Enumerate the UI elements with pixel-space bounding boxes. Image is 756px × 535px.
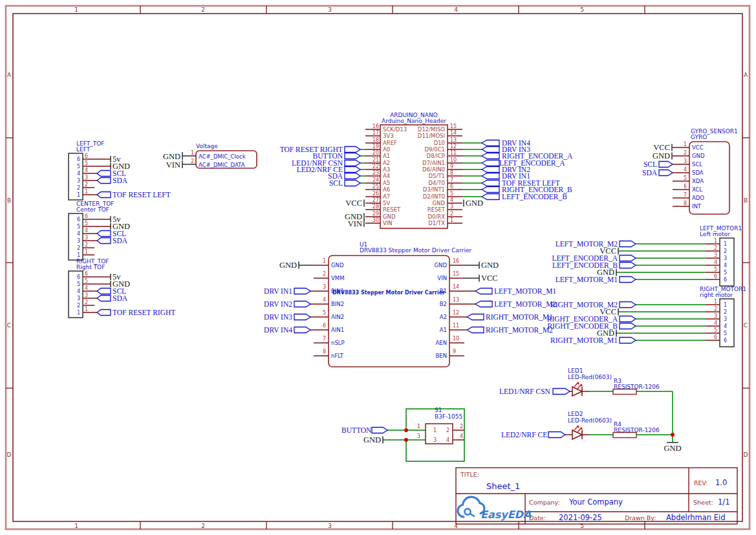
net-flag-led1-nrf-csn[interactable]: LED1/NRF CSN: [499, 388, 551, 395]
net-flag-icon[interactable]: [97, 310, 111, 316]
net-flag-icon[interactable]: [97, 192, 111, 198]
net-flag-icon[interactable]: [345, 167, 360, 173]
net-flag-icon[interactable]: [482, 153, 499, 159]
net-flag-drv-in2[interactable]: DRV IN2: [264, 300, 292, 308]
net-flag-sda[interactable]: SDA: [642, 169, 658, 177]
net-flag-icon[interactable]: [475, 289, 492, 294]
arduino-right-net-flags[interactable]: DRV IN4 DRV IN3 RIGHT_ENCODER_A LEFT_ENC…: [462, 139, 573, 208]
pin-number: 3: [724, 256, 727, 261]
net-flag-icon[interactable]: [659, 170, 673, 176]
net-flag-icon[interactable]: [345, 147, 360, 153]
net-flag-icon[interactable]: [97, 231, 111, 237]
net-flag-icon[interactable]: [659, 162, 673, 168]
component-right-tof[interactable]: RIGHT_TOF Right TOF 6 5 4 3 2 1 6 5 4 3 …: [69, 258, 175, 318]
net-flag-icon[interactable]: [620, 263, 636, 268]
net-flag-icon[interactable]: [345, 160, 360, 166]
net-flag-icon[interactable]: [482, 167, 499, 173]
net-flag-icon[interactable]: [620, 256, 636, 261]
pin-number: 16: [373, 124, 379, 129]
net-flag-left-encoder-b[interactable]: LEFT_ENCODER_B: [502, 193, 567, 201]
net-flag-drv-in1[interactable]: DRV IN1: [264, 287, 292, 295]
component-center-tof[interactable]: CENTER_TOF Center TOF 6 5 4 3 2 1 6 5 4 …: [69, 201, 130, 260]
net-flag-icon[interactable]: [475, 301, 492, 307]
component-gyro[interactable]: GYRO_SENSOR1 GYRO 1VCC 2GND 3SCL 4SDA 5X…: [642, 128, 738, 214]
net-flag-icon[interactable]: [467, 327, 484, 333]
component-left-motor[interactable]: LEFT_MOTOR1 Left motor 1 2 3 4 5 6 1 2 3…: [552, 225, 742, 286]
led-icon[interactable]: [572, 387, 582, 396]
net-flag-icon[interactable]: [294, 314, 310, 320]
net-flag-icon[interactable]: [620, 277, 636, 283]
led-ground[interactable]: GND: [664, 391, 681, 453]
pin-number: 4: [77, 231, 80, 237]
net-flag-icon[interactable]: [553, 389, 570, 395]
net-flag-icon[interactable]: [482, 173, 499, 179]
net-flag-icon[interactable]: [294, 289, 310, 294]
net-flag-icon[interactable]: [467, 314, 484, 320]
net-flag-icon[interactable]: [482, 140, 499, 146]
pin-name: A2: [440, 314, 447, 320]
component-left-tof[interactable]: LEFT_TOF LEFT 6 5 4 3 2 1 6 5 4 3 2 1 5v…: [69, 140, 171, 200]
pin-number: 3: [77, 238, 80, 244]
net-flag-icon[interactable]: [345, 180, 360, 186]
led-icon[interactable]: [572, 430, 582, 439]
net-flag-icon[interactable]: [482, 180, 499, 186]
net-flag-scl[interactable]: SCL: [643, 160, 657, 168]
component-drv8833[interactable]: U1 DRV8833 Stepper Motor Driver Carrier …: [264, 241, 556, 367]
arduino-left-net-flags[interactable]: TOF RESET RIGHT BUTTON LED1/NRF CSN LED2…: [280, 146, 365, 228]
led2-circuit[interactable]: LED2 LED-Red(0603) LED2/NRF CE R4 RESIST…: [501, 411, 673, 439]
net-flag-icon[interactable]: [97, 171, 111, 177]
net-flag-tof-reset-left[interactable]: TOF RESET LEFT: [113, 191, 171, 199]
net-flag-icon[interactable]: [97, 178, 111, 184]
net-flag-icon[interactable]: [97, 296, 111, 301]
resistor-icon[interactable]: [613, 433, 636, 438]
component-right-motor[interactable]: RIGHT_MOTOR1 right motor 1 2 3 4 5 6 1 2…: [547, 286, 746, 347]
net-flag-drv-in4[interactable]: DRV IN4: [264, 326, 292, 334]
component-button-s1[interactable]: S1 B3F-1055 1 2 3 4 1 2 3 4 BUTTON GND: [341, 407, 464, 461]
net-flag-left-motor-m2[interactable]: LEFT_MOTOR_M2: [494, 300, 557, 308]
pin-name: GND: [433, 200, 446, 206]
pad-number: 4: [446, 437, 449, 443]
led1-circuit[interactable]: LED1 LED-Red(0603) LED1/NRF CSN R3 RESIS…: [499, 367, 673, 396]
net-flag-icon[interactable]: [548, 432, 565, 438]
pin-name: VIN: [437, 275, 447, 281]
net-flag-left-motor-m1[interactable]: LEFT_MOTOR_M1: [494, 287, 557, 295]
net-flag-button[interactable]: BUTTON: [341, 426, 372, 434]
net-flag-sda[interactable]: SDA: [113, 177, 128, 184]
net-flag-icon[interactable]: [345, 173, 360, 179]
net-flag-led2-nrf-ce[interactable]: LED2/NRF CE: [501, 431, 547, 439]
net-flag-icon[interactable]: [294, 301, 310, 307]
pin-number: 16: [453, 258, 459, 264]
net-flag-sda[interactable]: SDA: [113, 237, 128, 245]
net-flag-drv-in3[interactable]: DRV IN3: [264, 313, 292, 321]
net-flag-icon[interactable]: [620, 316, 636, 322]
component-arduino-nano[interactable]: ARDUINO_NANO Arduino_Nano_Header 16SCK/D…: [365, 112, 462, 228]
net-flag-icon[interactable]: [620, 302, 636, 308]
pin-number: 1: [684, 142, 687, 147]
net-flag-icon[interactable]: [620, 241, 636, 247]
net-flag-icon[interactable]: [482, 194, 499, 200]
part-value: LEFT: [76, 146, 91, 153]
component-voltage-connector[interactable]: Voltage 1 2 AC#_DMIC_Clock AC#_DMIC_DATA…: [163, 143, 257, 169]
pin-number: 6: [77, 274, 80, 280]
pin-name: GND: [435, 262, 448, 268]
net-flag-tof-reset-right[interactable]: TOF RESET RIGHT: [113, 309, 175, 316]
net-flag-sda[interactable]: SDA: [113, 294, 128, 302]
resistor-icon[interactable]: [613, 389, 636, 395]
net-flag-icon[interactable]: [620, 323, 636, 329]
net-flag-right-motor-m1[interactable]: RIGHT_MOTOR_M1: [486, 313, 553, 321]
net-flag-icon[interactable]: [482, 160, 499, 166]
net-flag-icon[interactable]: [372, 428, 387, 433]
net-flag-icon[interactable]: [482, 187, 499, 193]
net-flag-icon[interactable]: [345, 153, 360, 159]
net-flag-icon[interactable]: [97, 289, 111, 294]
pin-number: 1: [85, 249, 88, 255]
net-flag-icon[interactable]: [620, 338, 636, 344]
titleblock-company: Your Company: [568, 497, 623, 507]
net-flag-icon[interactable]: [294, 327, 310, 333]
net-flag-icon[interactable]: [97, 238, 111, 244]
pin-number: 29: [373, 211, 379, 217]
net-flag-icon[interactable]: [482, 147, 499, 153]
net-flag-scl[interactable]: SCL: [329, 179, 343, 187]
net-flag-right-motor-m2[interactable]: RIGHT_MOTOR_M2: [486, 326, 553, 334]
pin-number: 1: [85, 307, 88, 312]
